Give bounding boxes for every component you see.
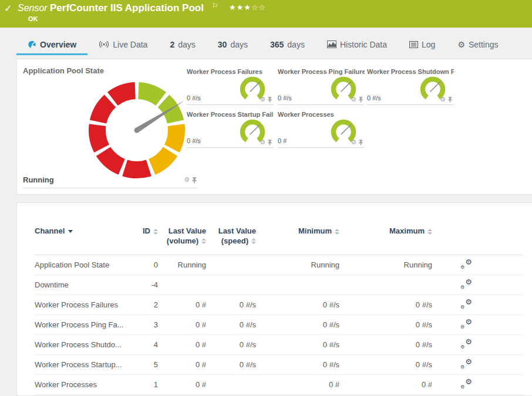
log-icon: [409, 41, 418, 48]
channel-row-worker-process-startup[interactable]: Worker Process Startup... 5 0 # 0 #/s 0 …: [35, 355, 523, 375]
broadcast-icon: [99, 40, 109, 48]
sensor-kind-label: Sensor: [18, 3, 48, 13]
channel-settings-icon[interactable]: ⚙⚙: [460, 319, 472, 329]
column-header-minimum[interactable]: Minimum: [256, 226, 339, 236]
gauge-pin-icon[interactable]: [191, 177, 197, 184]
sort-icon: [427, 229, 432, 235]
priority-stars[interactable]: ★★★☆☆: [229, 3, 266, 12]
sort-icon: [251, 238, 256, 244]
channels-table-panel: Channel ID Last Value (volume) Last Valu…: [16, 202, 532, 396]
sensor-status-badge: OK: [28, 15, 38, 22]
gauge-pin-icon[interactable]: [447, 96, 453, 103]
mini-gauge-worker-process-shutdown-fa[interactable]: Worker Process Shutdown Fa... 0 #/s ⚙: [367, 68, 454, 105]
tab-30-days[interactable]: 30 days: [207, 36, 259, 55]
channel-row-downtime[interactable]: Downtime -4 ⚙⚙: [35, 275, 523, 295]
channel-row-worker-processes[interactable]: Worker Processes 1 0 # 0 # 0 # ⚙⚙: [35, 375, 523, 395]
chart-icon: [327, 40, 336, 48]
gauges-panel: Application Pool State Running ⚙ Worker …: [16, 59, 532, 195]
mini-gauge-worker-processes[interactable]: Worker Processes 0 # ⚙: [278, 111, 365, 148]
sort-icon: [201, 238, 206, 244]
channel-settings-icon[interactable]: ⚙⚙: [460, 279, 472, 289]
mini-gauge-worker-process-startup-failu[interactable]: Worker Process Startup Failu... 0 #/s ⚙: [187, 111, 274, 148]
channel-row-worker-process-failures[interactable]: Worker Process Failures 2 0 # 0 #/s 0 #/…: [35, 295, 523, 315]
column-header-channel[interactable]: Channel: [35, 226, 136, 236]
channel-row-worker-process-ping-fa[interactable]: Worker Process Ping Fa... 3 0 # 0 #/s 0 …: [35, 315, 523, 335]
tab-bar: Overview Live Data 2 days 30 days 365 da…: [0, 35, 532, 56]
main-gauge-value: Running: [23, 175, 54, 184]
tab-2-days[interactable]: 2 days: [159, 36, 206, 55]
gauge-settings-gear-icon[interactable]: ⚙: [440, 96, 446, 103]
channel-settings-icon[interactable]: ⚙⚙: [460, 339, 472, 349]
table-body: Application Pool State 0 Running Running…: [35, 255, 523, 395]
tab-settings[interactable]: ⚙ Settings: [446, 36, 509, 55]
sensor-title: PerfCounter IIS Application Pool: [50, 2, 204, 14]
gauge-pin-icon[interactable]: [267, 96, 272, 103]
channel-row-application-pool-state[interactable]: Application Pool State 0 Running Running…: [35, 255, 523, 275]
channel-settings-icon[interactable]: ⚙⚙: [460, 299, 472, 309]
gauge-pin-icon[interactable]: [358, 139, 363, 145]
status-check-icon: ✓: [4, 3, 12, 14]
channel-row-worker-process-shutdo[interactable]: Worker Process Shutdo... 4 0 # 0 #/s 0 #…: [35, 335, 523, 355]
sort-desc-icon: [68, 230, 73, 233]
main-gauge-footer: Running ⚙: [23, 172, 197, 188]
flag-icon[interactable]: ⚐: [212, 2, 218, 10]
channel-settings-icon[interactable]: ⚙⚙: [460, 378, 472, 389]
sort-icon: [153, 229, 158, 235]
tab-log[interactable]: Log: [398, 36, 446, 55]
gauge-settings-gear-icon[interactable]: ⚙: [184, 177, 190, 183]
mini-gauge-worker-process-ping-failures[interactable]: Worker Process Ping Failures 0 #/s ⚙: [278, 68, 365, 105]
tab-365-days[interactable]: 365 days: [259, 36, 316, 55]
prtg-sensor-page: ✓ Sensor PerfCounter IIS Application Poo…: [0, 0, 532, 396]
sensor-status-header: ✓ Sensor PerfCounter IIS Application Poo…: [0, 0, 532, 28]
channel-settings-icon[interactable]: ⚙⚙: [460, 259, 472, 269]
gauge-icon: [28, 40, 36, 49]
gauge-settings-gear-icon[interactable]: ⚙: [260, 139, 265, 145]
tab-historic-data[interactable]: Historic Data: [316, 36, 398, 55]
sort-icon: [335, 229, 339, 235]
column-header-last-value-speed[interactable]: Last Value (speed): [206, 226, 256, 246]
table-header-row: Channel ID Last Value (volume) Last Valu…: [35, 226, 523, 255]
gauge-settings-gear-icon[interactable]: ⚙: [351, 96, 356, 103]
gauge-pin-icon[interactable]: [267, 139, 272, 145]
gear-icon: ⚙: [457, 40, 465, 49]
channel-settings-icon[interactable]: ⚙⚙: [460, 358, 472, 369]
tab-live-data[interactable]: Live Data: [87, 36, 159, 55]
column-header-maximum[interactable]: Maximum: [339, 226, 432, 236]
tab-overview[interactable]: Overview: [16, 36, 87, 55]
column-header-last-value-volume[interactable]: Last Value (volume): [158, 226, 206, 246]
column-header-id[interactable]: ID: [136, 226, 158, 236]
gauge-settings-gear-icon[interactable]: ⚙: [260, 96, 265, 103]
gauge-settings-gear-icon[interactable]: ⚙: [351, 139, 356, 145]
mini-gauge-worker-process-failures[interactable]: Worker Process Failures 0 #/s ⚙: [187, 68, 274, 105]
gauge-pin-icon[interactable]: [358, 96, 363, 103]
channels-table: Channel ID Last Value (volume) Last Valu…: [17, 203, 532, 395]
application-pool-state-gauge[interactable]: [78, 72, 196, 189]
